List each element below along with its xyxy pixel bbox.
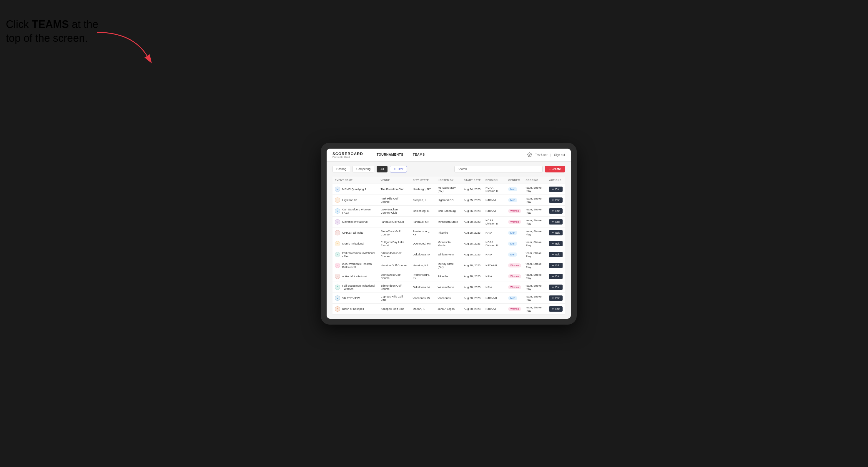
cell-division: NAIA: [483, 227, 506, 238]
cell-venue: Ruttger's Bay Lake Resort: [378, 238, 410, 249]
team-icon: C: [335, 208, 340, 214]
competing-filter-button[interactable]: Competing: [352, 166, 374, 173]
logo-sub: Powered by Clippit: [333, 156, 363, 158]
team-icon: M: [335, 241, 340, 246]
edit-icon: ✏: [552, 275, 554, 278]
event-name: Fall Statesmen Invitational - Women: [342, 284, 376, 290]
edit-icon: ✏: [552, 210, 554, 213]
main-content: Hosting Competing All ≡ Filter + Create …: [327, 161, 571, 319]
cell-start-date: Aug 28, 2023: [462, 260, 484, 271]
cell-city: Oskaloosa, IA: [410, 282, 435, 292]
edit-button[interactable]: ✏ Edit: [549, 197, 563, 203]
cell-hosted-by: John A Logan: [435, 303, 462, 314]
cell-division: NCAA Division II: [483, 216, 506, 227]
cell-city: Prestonsburg, KY: [410, 227, 435, 238]
edit-button[interactable]: ✏ Edit: [549, 219, 563, 224]
edit-button[interactable]: ✏ Edit: [549, 306, 563, 312]
create-button[interactable]: + Create: [545, 166, 565, 173]
cell-scoring: team, Stroke Play: [523, 216, 547, 227]
separator: |: [551, 153, 551, 157]
event-name: Highland 36: [342, 198, 357, 201]
cell-city: Prestonsburg, KY: [410, 271, 435, 282]
cell-hosted-by: Highland CC: [435, 194, 462, 206]
edit-button[interactable]: ✏ Edit: [549, 252, 563, 257]
cell-scoring: team, Stroke Play: [523, 238, 547, 249]
all-filter-button[interactable]: All: [377, 166, 388, 173]
cell-start-date: Aug 28, 2023: [462, 238, 484, 249]
tab-tournaments[interactable]: TOURNAMENTS: [372, 149, 408, 161]
user-name: Test User: [535, 153, 547, 157]
cell-gender: Women: [506, 260, 523, 271]
edit-button[interactable]: ✏ Edit: [549, 230, 563, 236]
edit-icon: ✏: [552, 188, 554, 191]
sign-out-link[interactable]: Sign out: [554, 153, 565, 157]
table-row: K Klash at Kokopelli Kokopelli Golf Club…: [333, 303, 565, 314]
tab-teams[interactable]: TEAMS: [408, 149, 430, 161]
edit-button[interactable]: ✏ Edit: [549, 285, 563, 290]
cell-start-date: Aug 28, 2023: [462, 303, 484, 314]
cell-hosted-by: William Penn: [435, 249, 462, 260]
cell-start-date: Aug 28, 2023: [462, 282, 484, 292]
cell-actions: ✏ Edit: [547, 184, 565, 194]
col-venue: VENUE: [378, 177, 410, 184]
event-name: Fall Statesmen Invitational - Men: [342, 251, 376, 258]
cell-hosted-by: Murray State (OK): [435, 260, 462, 271]
tournaments-table: EVENT NAME VENUE CITY, STATE HOSTED BY S…: [333, 177, 565, 315]
edit-icon: ✏: [552, 264, 554, 267]
cell-hosted-by: Mt. Saint Mary (NY): [435, 184, 462, 194]
table-row: C Carl Sandburg Women FA23 Lake Bracken …: [333, 206, 565, 216]
cell-division: NJCAA I: [483, 194, 506, 206]
cell-gender: Women: [506, 271, 523, 282]
cell-city: Deerwood, MN: [410, 238, 435, 249]
edit-button[interactable]: ✏ Edit: [549, 187, 563, 192]
settings-icon[interactable]: [527, 152, 532, 157]
cell-start-date: Aug 28, 2023: [462, 292, 484, 303]
cell-division: NAIA: [483, 282, 506, 292]
cell-actions: ✏ Edit: [547, 260, 565, 271]
instruction-prefix: Click: [6, 18, 32, 30]
cell-event: u upike fall invitational: [333, 271, 378, 282]
col-actions: ACTIONS: [547, 177, 565, 184]
edit-icon: ✏: [552, 220, 554, 223]
header-right: Test User | Sign out: [527, 152, 565, 157]
edit-button[interactable]: ✏ Edit: [549, 263, 563, 268]
team-icon: K: [335, 306, 340, 312]
cell-event: M MSMC Qualifying 1: [333, 184, 378, 194]
cell-actions: ✏ Edit: [547, 238, 565, 249]
instruction-bold: TEAMS: [32, 18, 69, 30]
cell-start-date: Aug 24, 2023: [462, 184, 484, 194]
filter-button[interactable]: ≡ Filter: [390, 166, 407, 173]
cell-event: C Carl Sandburg Women FA23: [333, 206, 378, 216]
edit-button[interactable]: ✏ Edit: [549, 241, 563, 246]
logo-text: SCOREBOARD: [333, 152, 363, 156]
cell-event: H 2023 Women's Hesston Fall Kickoff: [333, 260, 378, 271]
edit-button[interactable]: ✏ Edit: [549, 295, 563, 301]
cell-city: Galesburg, IL: [410, 206, 435, 216]
edit-button[interactable]: ✏ Edit: [549, 274, 563, 279]
team-icon: u: [335, 274, 340, 279]
cell-venue: The Powelton Club: [378, 184, 410, 194]
cell-venue: Faribault Golf Club: [378, 216, 410, 227]
col-division: DIVISION: [483, 177, 506, 184]
col-hosted-by: HOSTED BY: [435, 177, 462, 184]
cell-city: Faribault, MN: [410, 216, 435, 227]
hosting-filter-button[interactable]: Hosting: [333, 166, 350, 173]
cell-venue: Edmundson Golf Course: [378, 249, 410, 260]
table-header-row: EVENT NAME VENUE CITY, STATE HOSTED BY S…: [333, 177, 565, 184]
cell-division: NJCAA I: [483, 303, 506, 314]
cell-start-date: Aug 28, 2023: [462, 216, 484, 227]
event-name: Klash at Kokopelli: [342, 307, 365, 310]
cell-event: H Highland 36: [333, 194, 378, 206]
cell-division: NAIA: [483, 249, 506, 260]
cell-scoring: team, Stroke Play: [523, 282, 547, 292]
cell-hosted-by: Pikeville: [435, 271, 462, 282]
search-input[interactable]: [454, 166, 542, 173]
edit-icon: ✏: [552, 199, 554, 201]
cell-scoring: team, Stroke Play: [523, 260, 547, 271]
edit-button[interactable]: ✏ Edit: [549, 208, 563, 214]
table-row: H Highland 36 Park Hills Golf Course Fre…: [333, 194, 565, 206]
cell-actions: ✏ Edit: [547, 271, 565, 282]
search-box: [454, 166, 542, 173]
cell-scoring: team, Stroke Play: [523, 303, 547, 314]
cell-gender: Men: [506, 184, 523, 194]
